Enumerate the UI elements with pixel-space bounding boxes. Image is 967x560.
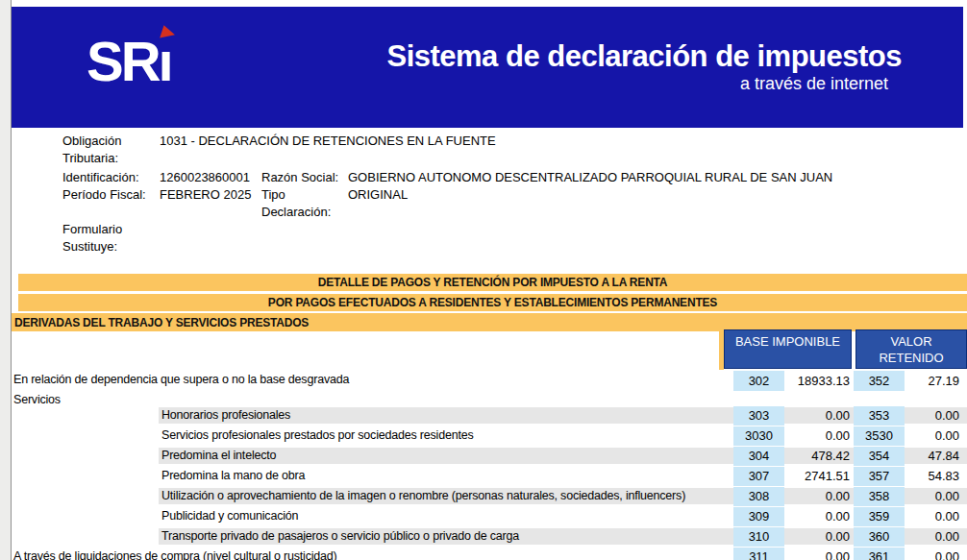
value-cell-retenido: 0.00: [905, 426, 959, 446]
code-cell-retenido: 3530: [854, 426, 905, 446]
razon-social-label: Razón Social:: [261, 170, 338, 184]
row-label: Transporte privado de pasajeros o servic…: [161, 528, 519, 545]
value-cell-base: 18933.13: [786, 371, 850, 391]
section-bar-detalle: DETALLE DE PAGOS Y RETENCIÓN POR IMPUEST…: [18, 274, 967, 291]
code-cell-base: 3030: [733, 426, 784, 446]
value-cell-base: 0.00: [786, 406, 850, 426]
obligacion-value: 1031 - DECLARACIÓN DE RETENCIONES EN LA …: [160, 134, 496, 148]
table-row: Predomina la mano de obra3072741.5135754…: [0, 466, 967, 486]
identificacion-label: Identificación:: [62, 170, 139, 184]
formulario-sustituye-label-line1: Formulario: [62, 222, 122, 236]
value-cell-base: 478.42: [786, 447, 850, 466]
header-banner: SRı Sistema de declaración de impuestos …: [12, 7, 963, 128]
code-cell-base: 302: [733, 371, 784, 391]
table-row: Transporte privado de pasajeros o servic…: [0, 526, 967, 547]
column-header-base-imponible: BASE IMPONIBLE: [724, 329, 852, 369]
identificacion-value: 1260023860001: [160, 170, 250, 184]
row-label: Predomina el intelecto: [161, 448, 276, 464]
code-cell-base: 304: [733, 447, 784, 466]
table-row: A través de liquidaciones de compra (niv…: [0, 547, 967, 560]
periodo-fiscal-label: Período Fiscal:: [62, 187, 146, 202]
value-cell-retenido: 54.83: [905, 467, 959, 486]
sri-logo-text: SR: [87, 30, 159, 92]
code-cell-base: 303: [733, 406, 784, 426]
table-row: Honorarios profesionales3030.003530.00: [0, 405, 967, 426]
obligacion-label-line1: Obligación: [62, 134, 121, 148]
value-cell-retenido: 0.00: [905, 507, 959, 526]
table-row: Servicios profesionales prestados por so…: [0, 426, 967, 446]
column-header-valor-retenido: VALOR RETENIDO: [855, 329, 967, 369]
row-label: Utilización o aprovechamiento de la imag…: [161, 488, 685, 504]
row-label: Servicios profesionales prestados por so…: [161, 427, 474, 444]
code-cell-base: 311: [733, 548, 784, 560]
code-cell-retenido: 354: [854, 447, 905, 466]
value-cell-base: 0.00: [786, 527, 850, 547]
value-cell-base: 0.00: [786, 426, 850, 446]
obligacion-label-line2: Tributaria:: [62, 151, 118, 165]
code-cell-retenido: 352: [854, 371, 905, 391]
declaration-page: SRı Sistema de declaración de impuestos …: [0, 0, 967, 560]
row-label: Honorarios profesionales: [161, 407, 290, 424]
code-cell-base: 308: [733, 487, 784, 506]
code-cell-retenido: 360: [854, 527, 905, 547]
sri-logo: SRı: [87, 34, 171, 89]
row-label: A través de liquidaciones de compra (niv…: [13, 548, 336, 560]
code-cell-base: 307: [733, 467, 784, 486]
table-row: Predomina el intelecto304478.4235447.84: [0, 446, 967, 466]
value-cell-retenido: 0.00: [905, 527, 959, 547]
value-cell-base: 0.00: [786, 487, 850, 506]
code-cell-retenido: 357: [854, 467, 905, 486]
periodo-fiscal-value: FEBRERO 2025: [160, 187, 251, 202]
tipo-declaracion-value: ORIGINAL: [348, 187, 408, 202]
tipo-declaracion-label-line1: Tipo: [261, 187, 285, 202]
table-row: Utilización o aprovechamiento de la imag…: [0, 486, 967, 506]
value-cell-retenido: 0.00: [905, 548, 959, 560]
code-cell-base: 309: [733, 507, 784, 526]
row-label: Publicidad y comunicación: [161, 508, 298, 524]
formulario-sustituye-label-line2: Sustituye:: [62, 239, 117, 254]
row-label: Predomina la mano de obra: [161, 468, 305, 484]
tipo-declaracion-label-line2: Declaración:: [261, 205, 331, 219]
row-label: En relación de dependencia que supera o …: [13, 372, 349, 388]
value-cell-base: 0.00: [786, 507, 850, 526]
code-cell-retenido: 361: [854, 548, 905, 560]
code-cell-retenido: 359: [854, 507, 905, 526]
value-cell-base: 0.00: [786, 548, 850, 560]
value-cell-base: 2741.51: [786, 467, 850, 486]
code-cell-retenido: 353: [854, 406, 905, 426]
sri-logo-i: ı: [159, 34, 171, 89]
code-cell-retenido: 358: [854, 487, 905, 506]
value-cell-retenido: 27.19: [905, 371, 959, 391]
razon-social-value: GOBIERNO AUTONOMO DESCENTRALIZADO PARROQ…: [348, 170, 832, 184]
app-title: Sistema de declaración de impuestos: [386, 41, 902, 71]
code-cell-base: 310: [733, 527, 784, 547]
app-subtitle: a través de internet: [740, 75, 888, 92]
table-row: En relación de dependencia que supera o …: [0, 370, 967, 391]
value-cell-retenido: 47.84: [905, 447, 959, 466]
value-cell-retenido: 0.00: [905, 406, 959, 426]
table-row: Publicidad y comunicación3090.003590.00: [0, 506, 967, 526]
value-cell-retenido: 0.00: [905, 487, 959, 506]
section-bar-residentes: POR PAGOS EFECTUADOS A RESIDENTES Y ESTA…: [18, 294, 967, 311]
